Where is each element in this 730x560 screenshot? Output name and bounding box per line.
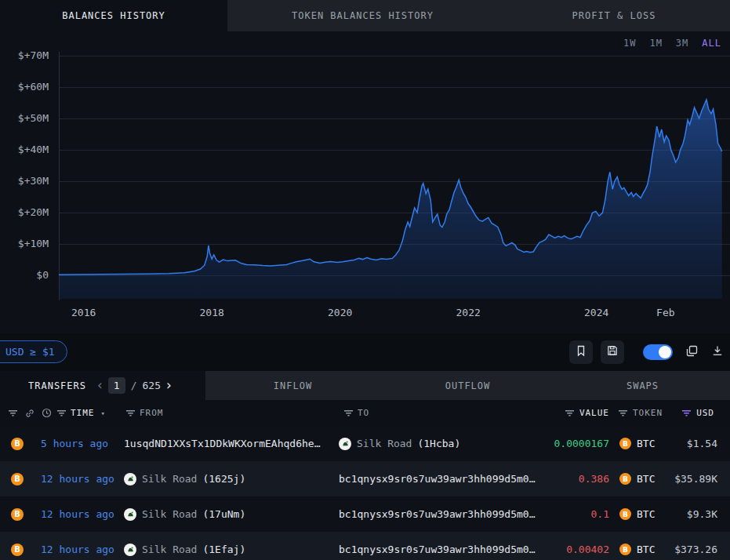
chain-cell: B	[11, 461, 24, 496]
range-option-3m[interactable]: 3M	[676, 38, 688, 49]
x-tick-2024: 2024	[565, 307, 628, 319]
total-pages: 625	[143, 380, 161, 391]
from-entity-name[interactable]: Silk Road	[142, 473, 197, 485]
tab-balances-history[interactable]: BALANCES HISTORY	[0, 0, 227, 31]
usd-toggle[interactable]	[643, 344, 673, 360]
range-option-1m[interactable]: 1M	[649, 38, 662, 49]
x-tick-2020: 2020	[309, 307, 372, 319]
chain-cell: B	[11, 426, 24, 461]
transfers-table-body: B5 hours ago1usqdND1XXsTx1DDkWKXormEAhqd…	[0, 426, 730, 560]
token-cell[interactable]: BBTC	[619, 496, 655, 532]
from-filter-icon[interactable]	[125, 400, 136, 426]
to-entity-tag[interactable]: (1Hcba)	[417, 438, 460, 449]
from-cell: Silk Road(17uNm)	[124, 496, 245, 532]
time-cell[interactable]: 5 hours ago	[41, 426, 108, 461]
btc-icon: B	[619, 544, 631, 555]
chevron-down-icon[interactable]: ▾	[101, 409, 106, 417]
transfers-table-header: TIME ▾ FROM TO VALUE TOKEN USD	[0, 400, 730, 426]
usd-cell: $9.3K	[687, 496, 717, 532]
y-tick-0: $0	[0, 268, 49, 282]
range-option-1w[interactable]: 1W	[623, 38, 636, 49]
usd-column-header[interactable]: USD	[681, 400, 714, 426]
balances-history-chart-panel: 1W1M3MALL $+70M$+60M$+50M$+40M$+30M$+20M…	[0, 31, 730, 333]
btc-icon: B	[619, 438, 631, 449]
from-entity-tag[interactable]: (1Efaj)	[202, 544, 245, 555]
to-cell: bc1qnysx9sr0s7uw39awr3hh099d5m0…	[339, 461, 535, 496]
token-cell[interactable]: BBTC	[619, 532, 655, 560]
to-column-header: TO	[358, 400, 369, 426]
y-tick-20: $+20M	[0, 205, 49, 220]
usd-header-label: USD	[696, 408, 714, 418]
bookmark-button[interactable]	[569, 340, 593, 364]
save-button[interactable]	[601, 340, 624, 364]
copy-icon	[685, 344, 699, 361]
y-tick-40: $+40M	[0, 143, 49, 157]
from-entity-tag[interactable]: (17uNm)	[202, 508, 245, 520]
btc-icon: B	[11, 544, 24, 556]
time-column-header[interactable]: TIME ▾	[71, 400, 106, 426]
time-cell[interactable]: 12 hours ago	[41, 496, 114, 532]
to-cell: bc1qnysx9sr0s7uw39awr3hh099d5m0…	[339, 496, 535, 532]
tab-inflow[interactable]: INFLOW	[205, 371, 380, 400]
tab-token-balances-history[interactable]: TOKEN BALANCES HISTORY	[227, 0, 498, 31]
silk-road-icon	[124, 508, 136, 521]
to-cell: bc1qnysx9sr0s7uw39awr3hh099d5m0…	[339, 532, 535, 560]
value-column-header[interactable]: VALUE	[565, 400, 609, 426]
tab-profit-and-loss[interactable]: PROFIT & LOSS	[498, 0, 730, 31]
x-tick-2022: 2022	[437, 307, 499, 319]
usd-filter-pill[interactable]: USD ≥ $1	[0, 340, 67, 363]
clock-icon	[42, 400, 52, 426]
download-button[interactable]	[711, 344, 724, 360]
page-separator: /	[131, 380, 137, 391]
usd-cell: $1.54	[687, 426, 717, 461]
value-filter-icon	[565, 408, 575, 418]
range-option-all[interactable]: ALL	[702, 38, 721, 49]
tab-swaps[interactable]: SWAPS	[555, 371, 730, 400]
token-cell[interactable]: BBTC	[619, 461, 655, 496]
table-row[interactable]: B12 hours agoSilk Road(17uNm)bc1qnysx9sr…	[0, 496, 730, 532]
pagination: ‹ 1 / 625 ›	[97, 377, 172, 394]
table-row[interactable]: B12 hours agoSilk Road(1Efaj)bc1qnysx9sr…	[0, 532, 730, 560]
btc-icon: B	[11, 508, 24, 521]
token-header-label: TOKEN	[633, 408, 663, 418]
time-cell[interactable]: 12 hours ago	[41, 532, 114, 560]
table-row[interactable]: B5 hours ago1usqdND1XXsTx1DDkWKXormEAhqd…	[0, 426, 730, 461]
value-header-label: VALUE	[579, 408, 609, 418]
table-row[interactable]: B12 hours agoSilk Road(1625j)bc1qnysx9sr…	[0, 461, 730, 496]
chain-cell: B	[11, 496, 24, 532]
to-filter-icon[interactable]	[343, 400, 354, 426]
to-address[interactable]: bc1qnysx9sr0s7uw39awr3hh099d5m0…	[339, 473, 535, 485]
current-page[interactable]: 1	[108, 377, 125, 394]
y-tick-50: $+50M	[0, 111, 49, 125]
to-address[interactable]: bc1qnysx9sr0s7uw39awr3hh099d5m0…	[339, 544, 535, 555]
token-column-header[interactable]: TOKEN	[618, 400, 663, 426]
chain-cell: B	[11, 532, 24, 560]
to-address[interactable]: bc1qnysx9sr0s7uw39awr3hh099d5m0…	[339, 508, 535, 520]
global-filter-icon[interactable]	[8, 400, 18, 426]
prev-page-icon[interactable]: ‹	[97, 379, 103, 392]
from-entity-name[interactable]: Silk Road	[142, 508, 197, 520]
tab-transfers[interactable]: TRANSFERS ‹ 1 / 625 ›	[0, 371, 205, 400]
time-cell[interactable]: 12 hours ago	[41, 461, 114, 496]
next-page-icon[interactable]: ›	[166, 379, 172, 392]
from-entity-name[interactable]: Silk Road	[142, 544, 197, 555]
tab-outflow[interactable]: OUTFLOW	[380, 371, 555, 400]
to-entity-name[interactable]: Silk Road	[357, 438, 412, 449]
transfers-tab-bar: TRANSFERS ‹ 1 / 625 › INFLOW OUTFLOW SWA…	[0, 371, 730, 400]
value-cell: 0.386	[579, 461, 609, 496]
time-header-label: TIME	[71, 408, 95, 418]
save-icon	[606, 344, 619, 360]
from-address[interactable]: 1usqdND1XXsTx1DDkWKXormEAhqd6he…	[124, 438, 320, 449]
silk-road-icon	[124, 544, 136, 556]
time-filter-icon[interactable]	[56, 400, 67, 426]
token-cell[interactable]: BBTC	[619, 426, 655, 461]
x-tick-2018: 2018	[180, 307, 243, 319]
from-entity-tag[interactable]: (1625j)	[202, 473, 245, 485]
chain-link-icon[interactable]	[24, 400, 35, 426]
copy-button[interactable]	[685, 344, 699, 361]
x-tick-feb: Feb	[634, 307, 697, 319]
top-tab-bar: BALANCES HISTORY TOKEN BALANCES HISTORY …	[0, 0, 730, 31]
from-cell: 1usqdND1XXsTx1DDkWKXormEAhqd6he…	[124, 426, 320, 461]
toggle-knob	[659, 346, 671, 358]
usd-cell: $373.26	[674, 532, 717, 560]
